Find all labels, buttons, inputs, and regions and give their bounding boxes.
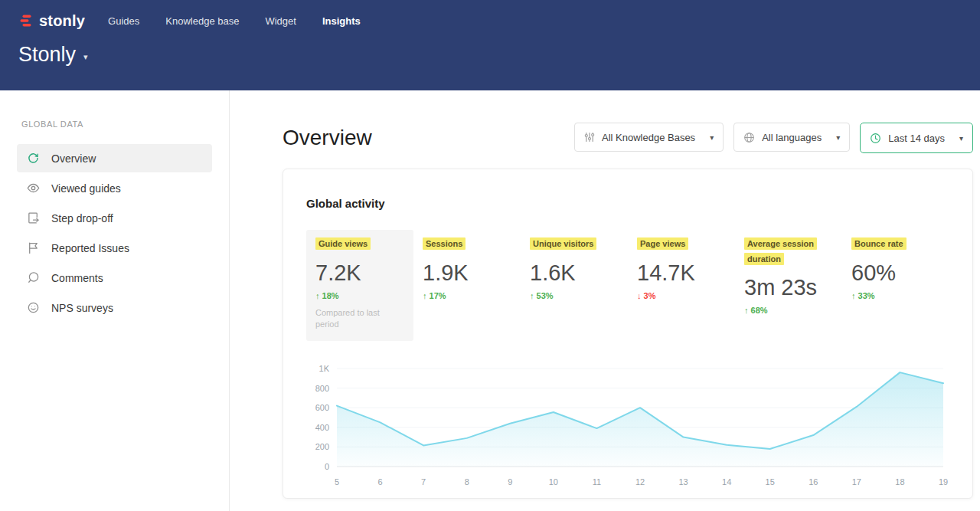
metric-label: Average session duration bbox=[744, 237, 817, 265]
sidebar-item-label: Step drop-off bbox=[51, 212, 113, 224]
chevron-down-icon: ▾ bbox=[710, 133, 714, 142]
step-dropoff-icon bbox=[27, 211, 40, 224]
svg-text:8: 8 bbox=[465, 477, 469, 486]
svg-text:13: 13 bbox=[678, 477, 688, 486]
metric-bounce-rate[interactable]: Bounce rate 60% ↑ 33% bbox=[842, 230, 949, 341]
metric-label: Bounce rate bbox=[851, 237, 906, 250]
filters-bar: All Knowledge Bases ▾ All languages ▾ bbox=[574, 123, 973, 153]
stonly-logo-text: stonly bbox=[39, 12, 85, 30]
sliders-icon bbox=[584, 132, 595, 142]
metrics-row: Guide views 7.2K ↑ 18% Compared to last … bbox=[306, 230, 949, 341]
svg-text:0: 0 bbox=[325, 462, 329, 471]
global-activity-chart: 02004006008001K5678910111213141516171819 bbox=[306, 356, 949, 491]
svg-text:200: 200 bbox=[315, 443, 329, 452]
svg-text:400: 400 bbox=[315, 423, 329, 432]
metric-value: 14.7K bbox=[637, 260, 726, 286]
svg-text:16: 16 bbox=[808, 477, 818, 486]
stonly-logo[interactable]: stonly bbox=[18, 12, 85, 30]
chevron-down-icon: ▾ bbox=[836, 133, 840, 142]
smiley-icon bbox=[27, 301, 40, 314]
svg-text:14: 14 bbox=[722, 477, 731, 486]
metric-value: 3m 23s bbox=[744, 275, 833, 300]
primary-navigation: Guides Knowledge base Widget Insights bbox=[106, 11, 385, 31]
svg-text:17: 17 bbox=[852, 477, 861, 486]
sidebar-item-nps-surveys[interactable]: NPS surveys bbox=[17, 293, 212, 322]
nav-widget[interactable]: Widget bbox=[263, 11, 297, 31]
chevron-down-icon[interactable]: ▾ bbox=[83, 52, 88, 62]
metric-note: Compared to last period bbox=[315, 307, 384, 331]
svg-text:15: 15 bbox=[766, 477, 775, 486]
language-filter-value: All languages bbox=[762, 132, 822, 143]
metric-change: ↑ 18% bbox=[315, 291, 404, 300]
svg-text:11: 11 bbox=[593, 477, 601, 486]
metric-label: Guide views bbox=[315, 237, 371, 250]
date-range-filter-value: Last 14 days bbox=[888, 133, 945, 144]
svg-text:5: 5 bbox=[335, 477, 339, 486]
sidebar-section-label: GLOBAL DATA bbox=[21, 120, 212, 129]
trend-arrow-icon: ↓ bbox=[637, 291, 642, 300]
sidebar: GLOBAL DATA Overview Viewed guides bbox=[0, 90, 230, 511]
overview-refresh-icon bbox=[27, 152, 40, 165]
stonly-logo-icon bbox=[18, 13, 34, 28]
svg-text:1K: 1K bbox=[319, 364, 330, 373]
language-filter[interactable]: All languages ▾ bbox=[733, 123, 850, 152]
svg-text:9: 9 bbox=[508, 477, 512, 486]
clock-icon bbox=[870, 133, 881, 144]
metric-page-views[interactable]: Page views 14.7K ↓ 3% bbox=[628, 230, 735, 341]
trend-arrow-icon: ↑ bbox=[744, 306, 749, 315]
metric-change: ↑ 68% bbox=[744, 306, 833, 315]
sidebar-item-reported-issues[interactable]: Reported Issues bbox=[17, 234, 212, 262]
metric-value: 60% bbox=[851, 260, 940, 286]
sidebar-item-viewed-guides[interactable]: Viewed guides bbox=[17, 174, 212, 202]
sidebar-item-label: Viewed guides bbox=[51, 182, 121, 195]
svg-text:18: 18 bbox=[895, 477, 904, 486]
sidebar-item-label: Overview bbox=[51, 152, 96, 165]
sidebar-item-label: NPS surveys bbox=[51, 302, 113, 314]
nav-guides[interactable]: Guides bbox=[106, 11, 141, 31]
chevron-down-icon: ▾ bbox=[959, 134, 963, 142]
metric-average-session-duration[interactable]: Average session duration 3m 23s ↑ 68% bbox=[735, 230, 842, 341]
svg-text:800: 800 bbox=[315, 384, 329, 393]
svg-text:10: 10 bbox=[549, 477, 558, 486]
metric-label: Sessions bbox=[423, 237, 466, 250]
svg-text:600: 600 bbox=[315, 404, 329, 413]
sidebar-item-step-drop-off[interactable]: Step drop-off bbox=[17, 204, 212, 232]
sidebar-item-comments[interactable]: Comments bbox=[17, 264, 212, 292]
main-content: Overview All Knowledge Bases ▾ bbox=[230, 90, 980, 511]
metric-change: ↑ 33% bbox=[851, 291, 940, 300]
nav-knowledge-base[interactable]: Knowledge base bbox=[164, 11, 240, 31]
svg-text:12: 12 bbox=[635, 477, 645, 486]
metric-unique-visitors[interactable]: Unique visitors 1.6K ↑ 53% bbox=[521, 230, 628, 341]
workspace-title[interactable]: Stonly bbox=[18, 43, 76, 67]
trend-arrow-icon: ↑ bbox=[851, 291, 856, 300]
knowledge-base-filter[interactable]: All Knowledge Bases ▾ bbox=[574, 123, 724, 152]
flag-icon bbox=[27, 241, 40, 254]
metric-value: 1.6K bbox=[530, 260, 619, 286]
svg-text:7: 7 bbox=[421, 477, 426, 486]
top-bar: stonly Guides Knowledge base Widget Insi… bbox=[0, 0, 980, 90]
metric-value: 7.2K bbox=[315, 260, 404, 286]
svg-text:19: 19 bbox=[939, 477, 948, 486]
metric-label: Unique visitors bbox=[530, 237, 596, 250]
trend-arrow-icon: ↑ bbox=[423, 291, 427, 300]
metric-value: 1.9K bbox=[423, 260, 511, 286]
metric-change: ↑ 17% bbox=[423, 291, 511, 300]
sidebar-item-label: Reported Issues bbox=[51, 242, 129, 254]
metric-change: ↓ 3% bbox=[637, 291, 726, 300]
metric-guide-views[interactable]: Guide views 7.2K ↑ 18% Compared to last … bbox=[306, 230, 413, 341]
metric-sessions[interactable]: Sessions 1.9K ↑ 17% bbox=[413, 230, 521, 341]
svg-text:6: 6 bbox=[378, 477, 383, 486]
global-activity-card: Global activity Guide views 7.2K ↑ 18% C… bbox=[283, 169, 973, 499]
page-title: Overview bbox=[283, 126, 372, 150]
comments-icon bbox=[27, 271, 40, 284]
trend-arrow-icon: ↑ bbox=[530, 291, 534, 300]
card-title: Global activity bbox=[306, 197, 949, 210]
nav-insights[interactable]: Insights bbox=[321, 11, 362, 31]
globe-icon bbox=[743, 132, 755, 143]
eye-icon bbox=[27, 182, 40, 195]
metric-label: Page views bbox=[637, 237, 688, 250]
date-range-filter[interactable]: Last 14 days ▾ bbox=[860, 123, 973, 153]
sidebar-item-overview[interactable]: Overview bbox=[17, 144, 212, 172]
trend-arrow-icon: ↑ bbox=[315, 291, 320, 300]
knowledge-base-filter-value: All Knowledge Bases bbox=[602, 132, 695, 143]
